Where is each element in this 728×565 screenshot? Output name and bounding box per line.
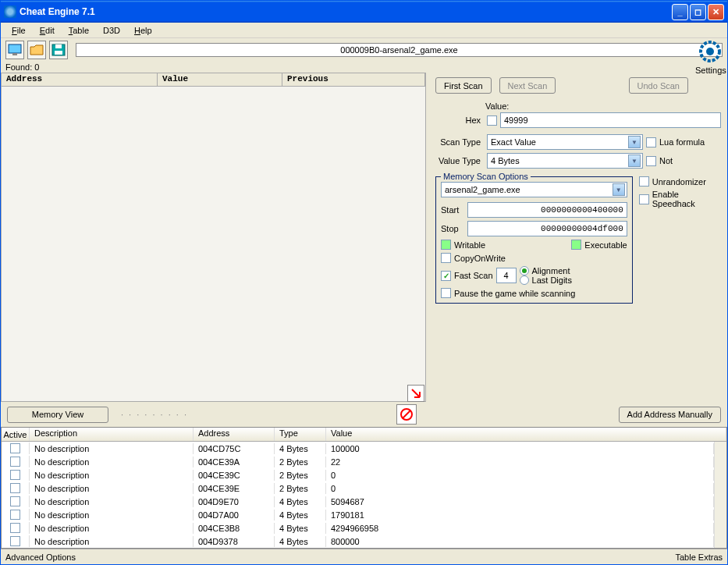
advanced-options-button[interactable]: Advanced Options <box>5 553 76 562</box>
value-type-select[interactable]: 4 Bytes▼ <box>487 153 643 169</box>
cell-type[interactable]: 2 Bytes <box>275 483 326 494</box>
open-process-button[interactable] <box>5 41 24 59</box>
cell-addr[interactable]: 004CD75C <box>194 443 275 454</box>
fast-scan-input[interactable] <box>496 268 517 283</box>
copy-to-addrlist-button[interactable] <box>407 385 424 402</box>
col-addr-h[interactable]: Address <box>194 428 275 441</box>
cell-addr[interactable]: 004CE39A <box>194 457 275 467</box>
active-checkbox[interactable] <box>10 483 20 493</box>
cell-value[interactable]: 4294966958 <box>326 523 714 534</box>
results-list[interactable] <box>1 87 426 402</box>
menu-edit[interactable]: Edit <box>34 24 61 37</box>
not-checkbox[interactable] <box>646 156 656 166</box>
save-button[interactable] <box>49 41 68 59</box>
executable-checkbox[interactable] <box>571 240 581 250</box>
table-row[interactable]: No description004CE3B84 Bytes4294966958 <box>2 521 714 535</box>
stop-input[interactable] <box>467 221 627 236</box>
cell-value[interactable]: 22 <box>326 457 714 467</box>
cow-checkbox[interactable] <box>441 253 451 263</box>
cell-value[interactable]: 800000 <box>326 536 714 547</box>
active-checkbox[interactable] <box>10 510 20 520</box>
unrandomizer-checkbox[interactable] <box>639 176 649 187</box>
col-value-h[interactable]: Value <box>326 428 726 441</box>
cell-desc[interactable]: No description <box>30 483 194 494</box>
fast-scan-checkbox[interactable] <box>441 271 451 281</box>
undo-scan-button[interactable]: Undo Scan <box>629 77 688 94</box>
maximize-button[interactable]: ◻ <box>690 4 706 20</box>
cell-desc[interactable]: No description <box>30 523 194 534</box>
cell-addr[interactable]: 004D7A00 <box>194 510 275 521</box>
cell-value[interactable]: 1790181 <box>326 510 714 521</box>
cell-type[interactable]: 2 Bytes <box>275 457 326 467</box>
col-desc[interactable]: Description <box>30 428 194 441</box>
menu-d3d[interactable]: D3D <box>97 24 126 37</box>
active-checkbox[interactable] <box>10 536 20 546</box>
table-row[interactable]: No description004D93784 Bytes800000 <box>2 535 714 548</box>
add-address-manually-button[interactable]: Add Address Manually <box>619 407 721 423</box>
settings-button[interactable]: Settings <box>695 39 725 75</box>
drag-handle[interactable]: · · · · · · · · · <box>115 410 194 419</box>
next-scan-button[interactable]: Next Scan <box>499 77 556 94</box>
first-scan-button[interactable]: First Scan <box>435 77 492 94</box>
scan-type-select[interactable]: Exact Value▼ <box>487 134 643 150</box>
cell-desc[interactable]: No description <box>30 457 194 467</box>
table-row[interactable]: No description004CE39C2 Bytes0 <box>2 468 714 481</box>
active-checkbox[interactable] <box>10 457 20 467</box>
cell-desc[interactable]: No description <box>30 443 194 454</box>
active-checkbox[interactable] <box>10 523 20 533</box>
mem-target-select[interactable]: arsenal2_game.exe▼ <box>441 182 627 197</box>
addrlist-body[interactable]: No description004CD75C4 Bytes100000No de… <box>2 442 714 548</box>
cell-desc[interactable]: No description <box>30 536 194 547</box>
col-address[interactable]: Address <box>2 73 158 86</box>
start-input[interactable] <box>467 202 627 218</box>
cell-type[interactable]: 4 Bytes <box>275 536 326 547</box>
col-type[interactable]: Type <box>275 428 326 441</box>
value-input[interactable] <box>500 112 721 128</box>
menu-table[interactable]: Table <box>62 24 95 37</box>
scrollbar[interactable] <box>714 442 726 548</box>
delete-button[interactable] <box>396 404 417 425</box>
table-row[interactable]: No description004D9E704 Bytes5094687 <box>2 495 714 508</box>
writable-checkbox[interactable] <box>441 240 451 250</box>
process-display[interactable]: 000009B0-arsenal2_game.exe <box>76 43 723 57</box>
cell-value[interactable]: 0 <box>326 470 714 481</box>
cell-value[interactable]: 100000 <box>326 443 714 454</box>
active-checkbox[interactable] <box>10 496 20 506</box>
cell-desc[interactable]: No description <box>30 510 194 521</box>
cell-desc[interactable]: No description <box>30 470 194 481</box>
table-row[interactable]: No description004CE39A2 Bytes22 <box>2 455 714 468</box>
table-row[interactable]: No description004CD75C4 Bytes100000 <box>2 442 714 455</box>
cell-addr[interactable]: 004CE39C <box>194 470 275 481</box>
table-extras-button[interactable]: Table Extras <box>675 553 723 562</box>
minimize-button[interactable]: _ <box>672 4 688 20</box>
cell-value[interactable]: 5094687 <box>326 496 714 507</box>
cell-value[interactable]: 0 <box>326 483 714 494</box>
cell-addr[interactable]: 004CE39E <box>194 483 275 494</box>
cell-type[interactable]: 4 Bytes <box>275 523 326 534</box>
menu-file[interactable]: File <box>5 24 32 37</box>
cell-type[interactable]: 4 Bytes <box>275 496 326 507</box>
cell-desc[interactable]: No description <box>30 496 194 507</box>
hex-checkbox[interactable] <box>487 115 497 126</box>
col-value[interactable]: Value <box>158 73 282 86</box>
pause-checkbox[interactable] <box>441 288 451 298</box>
cell-addr[interactable]: 004CE3B8 <box>194 523 275 534</box>
lua-checkbox[interactable] <box>646 137 656 147</box>
active-checkbox[interactable] <box>10 470 20 480</box>
alignment-radio[interactable] <box>520 266 529 275</box>
table-row[interactable]: No description004CE39E2 Bytes0 <box>2 481 714 495</box>
col-active[interactable]: Active <box>2 428 30 441</box>
close-button[interactable]: ✕ <box>708 4 724 20</box>
table-row[interactable]: No description004D7A004 Bytes1790181 <box>2 508 714 521</box>
cell-type[interactable]: 2 Bytes <box>275 470 326 481</box>
cell-type[interactable]: 4 Bytes <box>275 510 326 521</box>
col-previous[interactable]: Previous <box>282 73 425 86</box>
open-file-button[interactable] <box>27 41 46 59</box>
active-checkbox[interactable] <box>10 443 20 453</box>
speedhack-checkbox[interactable] <box>639 194 649 204</box>
menu-help[interactable]: Help <box>128 24 158 37</box>
cell-addr[interactable]: 004D9378 <box>194 536 275 547</box>
cell-type[interactable]: 4 Bytes <box>275 443 326 454</box>
cell-addr[interactable]: 004D9E70 <box>194 496 275 507</box>
titlebar[interactable]: Cheat Engine 7.1 _ ◻ ✕ <box>1 1 727 23</box>
